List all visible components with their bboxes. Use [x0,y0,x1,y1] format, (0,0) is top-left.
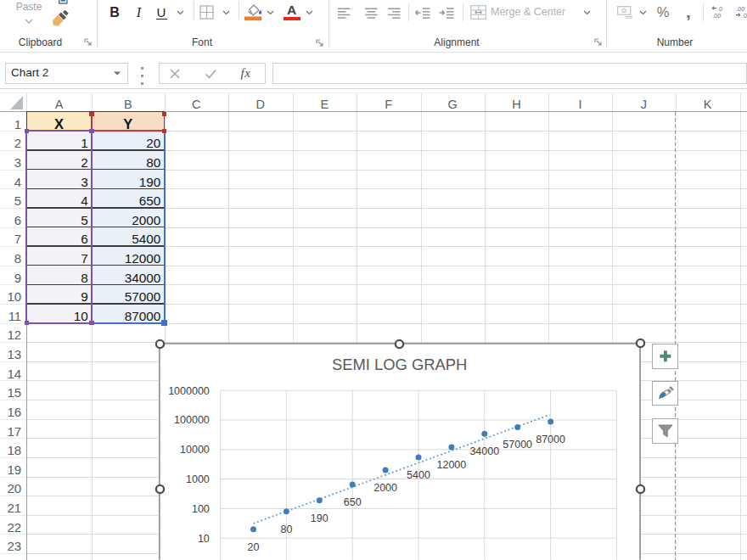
svg-text:100000: 100000 [174,414,210,426]
svg-text:12000: 12000 [437,459,467,471]
svg-text:57000: 57000 [503,439,533,451]
svg-text:190: 190 [311,512,329,524]
svg-text:10: 10 [198,533,210,545]
svg-text:1000000: 1000000 [169,385,211,397]
svg-text:650: 650 [344,496,362,508]
svg-text:100: 100 [192,503,210,515]
svg-text:.00: .00 [712,12,721,19]
svg-text:87000: 87000 [536,434,566,445]
svg-text:5400: 5400 [407,469,430,481]
svg-text:.0: .0 [742,12,747,19]
svg-text:2000: 2000 [374,482,398,494]
svg-text:1000: 1000 [186,473,210,485]
svg-text:10000: 10000 [180,444,210,456]
svg-text:34000: 34000 [470,445,500,457]
svg-text:SEMI LOG GRAPH: SEMI LOG GRAPH [332,356,467,373]
svg-text:20: 20 [248,541,260,553]
svg-text:80: 80 [281,524,293,535]
